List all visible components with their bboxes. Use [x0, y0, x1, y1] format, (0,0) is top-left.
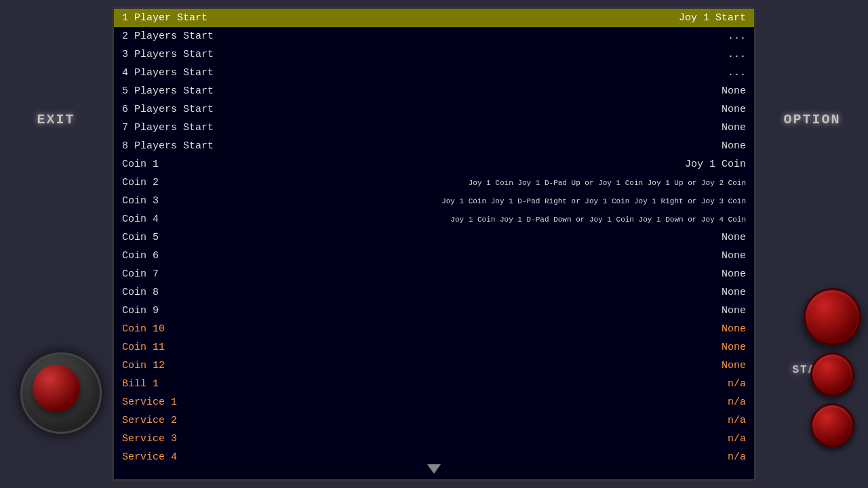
menu-item-label: 7 Players Start: [122, 122, 214, 134]
right-button-medium-1[interactable]: [810, 352, 854, 396]
menu-item-value: ...: [728, 67, 746, 79]
menu-item-label: Bill 1: [122, 378, 159, 390]
menu-item-label: Coin 8: [122, 287, 159, 298]
menu-item-value: ...: [728, 49, 746, 60]
menu-item-value: n/a: [728, 396, 746, 408]
menu-item-value: None: [722, 122, 746, 134]
menu-item[interactable]: Coin 7None: [114, 265, 754, 283]
menu-item[interactable]: Coin 10None: [114, 320, 754, 338]
menu-item-label: Service 4: [122, 451, 177, 463]
menu-item[interactable]: Service 4n/a: [114, 448, 754, 466]
menu-item[interactable]: Coin 4Joy 1 Coin Joy 1 D-Pad Down or Joy…: [114, 210, 754, 228]
menu-item[interactable]: Coin 8None: [114, 283, 754, 302]
menu-list: 1 Player StartJoy 1 Start2 Players Start…: [114, 9, 754, 466]
menu-item[interactable]: Service 2n/a: [114, 411, 754, 430]
menu-item-label: Coin 7: [122, 268, 159, 280]
right-button-large[interactable]: [804, 288, 861, 346]
arrow-down-icon: [427, 464, 441, 474]
menu-item-value: ...: [728, 30, 746, 42]
menu-item-value: None: [722, 250, 746, 262]
menu-item[interactable]: Coin 2Joy 1 Coin Joy 1 D-Pad Up or Joy 1…: [114, 174, 754, 192]
menu-item-label: 8 Players Start: [122, 140, 214, 152]
menu-item[interactable]: Coin 12None: [114, 357, 754, 375]
menu-item-label: Coin 5: [122, 232, 159, 243]
menu-item[interactable]: Coin 1Joy 1 Coin: [114, 155, 754, 174]
menu-item-value: n/a: [728, 451, 746, 463]
menu-item-label: 6 Players Start: [122, 104, 214, 115]
menu-item-label: Coin 11: [122, 342, 165, 353]
option-label[interactable]: OPTION: [783, 112, 840, 127]
menu-item-value: None: [722, 232, 746, 243]
menu-item-value: Joy 1 Coin Joy 1 D-Pad Down or Joy 1 Coi…: [450, 216, 746, 224]
menu-item[interactable]: 6 Players StartNone: [114, 100, 754, 119]
menu-item-value: n/a: [728, 433, 746, 445]
menu-item-value: n/a: [728, 415, 746, 426]
menu-item[interactable]: Coin 11None: [114, 338, 754, 357]
menu-item-value: n/a: [728, 378, 746, 390]
menu-item[interactable]: 1 Player StartJoy 1 Start: [114, 9, 754, 27]
menu-item-value: Joy 1 Coin: [685, 159, 746, 170]
menu-item[interactable]: 2 Players Start...: [114, 27, 754, 45]
menu-item-label: 3 Players Start: [122, 49, 214, 60]
menu-item[interactable]: Coin 9None: [114, 302, 754, 320]
menu-item[interactable]: Coin 5None: [114, 228, 754, 247]
menu-item-label: Service 3: [122, 433, 177, 445]
menu-item-value: None: [722, 140, 746, 152]
menu-item[interactable]: Service 1n/a: [114, 393, 754, 411]
right-buttons-panel: [804, 288, 861, 447]
menu-item-label: 5 Players Start: [122, 85, 214, 97]
menu-item-label: Coin 6: [122, 250, 159, 262]
left-joystick-base: [20, 352, 102, 434]
menu-item-label: 1 Player Start: [122, 12, 208, 24]
menu-item-label: Service 2: [122, 415, 177, 426]
right-button-medium-2[interactable]: [810, 403, 854, 447]
menu-item-value: None: [722, 104, 746, 115]
left-joystick-ball: [33, 365, 80, 412]
menu-item[interactable]: 8 Players StartNone: [114, 137, 754, 155]
menu-item-value: None: [722, 360, 746, 371]
exit-label[interactable]: EXIT: [37, 112, 75, 127]
menu-item-label: Coin 1: [122, 159, 159, 170]
menu-item[interactable]: 4 Players Start...: [114, 64, 754, 82]
menu-item-label: 2 Players Start: [122, 30, 214, 42]
menu-item-label: Coin 12: [122, 360, 165, 371]
menu-item[interactable]: 3 Players Start...: [114, 45, 754, 64]
menu-item-label: 4 Players Start: [122, 67, 214, 79]
left-joystick-container: [20, 352, 102, 434]
menu-item-label: Coin 2: [122, 177, 159, 188]
main-screen: 1 Player StartJoy 1 Start2 Players Start…: [112, 7, 756, 481]
menu-item-value: Joy 1 Start: [679, 12, 746, 24]
menu-item-value: Joy 1 Coin Joy 1 D-Pad Up or Joy 1 Coin …: [469, 179, 746, 187]
menu-item[interactable]: 7 Players StartNone: [114, 119, 754, 137]
menu-item-value: None: [722, 342, 746, 353]
menu-item[interactable]: 5 Players StartNone: [114, 82, 754, 100]
menu-item-label: Coin 10: [122, 323, 165, 335]
menu-item-label: Coin 4: [122, 214, 159, 225]
menu-item[interactable]: Service 3n/a: [114, 430, 754, 448]
menu-item-value: None: [722, 85, 746, 97]
menu-item[interactable]: Coin 6None: [114, 247, 754, 265]
menu-item-label: Coin 3: [122, 195, 159, 207]
scroll-indicator: [427, 464, 441, 476]
menu-item-value: None: [722, 305, 746, 317]
menu-item-value: None: [722, 287, 746, 298]
menu-item-value: None: [722, 268, 746, 280]
menu-item-value: Joy 1 Coin Joy 1 D-Pad Right or Joy 1 Co…: [441, 197, 746, 205]
menu-item-label: Coin 9: [122, 305, 159, 317]
menu-item[interactable]: Coin 3Joy 1 Coin Joy 1 D-Pad Right or Jo…: [114, 192, 754, 210]
menu-item-value: None: [722, 323, 746, 335]
menu-item[interactable]: Bill 1n/a: [114, 375, 754, 393]
menu-item-label: Service 1: [122, 396, 177, 408]
